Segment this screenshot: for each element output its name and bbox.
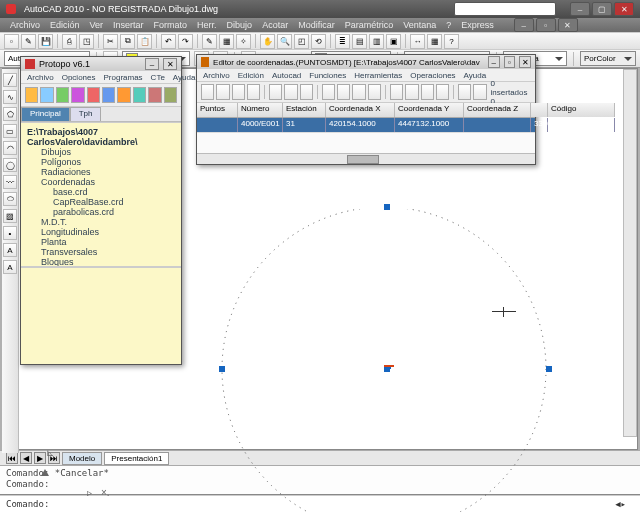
col-header[interactable]: Coordenada X xyxy=(326,103,395,117)
p2-btn-5[interactable] xyxy=(269,84,282,100)
copy-icon[interactable]: ⧉ xyxy=(120,34,135,49)
new-icon[interactable]: ▫ xyxy=(4,34,19,49)
menu-dibujo[interactable]: Dibujo xyxy=(227,20,253,30)
p2-btn-1[interactable] xyxy=(201,84,214,100)
sheet-icon[interactable]: ▣ xyxy=(386,34,401,49)
col-header[interactable]: Código xyxy=(548,103,615,117)
tree-node[interactable]: Longitudinales xyxy=(27,227,175,237)
cell[interactable]: 31 xyxy=(283,118,326,132)
p2-btn-3[interactable] xyxy=(232,84,245,100)
line-icon[interactable]: ╱ xyxy=(3,73,17,87)
p2-btn-13[interactable] xyxy=(405,84,418,100)
p2-btn-11[interactable] xyxy=(368,84,381,100)
cell[interactable]: 3350.000 xyxy=(531,118,548,132)
doc-close[interactable]: ✕ xyxy=(558,18,578,32)
paste-icon[interactable]: 📋 xyxy=(137,34,152,49)
cell[interactable] xyxy=(197,118,238,132)
p2-btn-12[interactable] xyxy=(390,84,403,100)
help-search-input[interactable] xyxy=(454,2,556,16)
p1-btn-5[interactable] xyxy=(87,87,100,103)
p1-btn-7[interactable] xyxy=(117,87,130,103)
p2-menu-funciones[interactable]: Funciones xyxy=(309,71,346,80)
tool-icon[interactable]: ✧ xyxy=(236,34,251,49)
p1-menu-archivo[interactable]: Archivo xyxy=(27,73,54,82)
tab-presentacion[interactable]: Presentación1 xyxy=(104,452,169,465)
print-icon[interactable]: ⎙ xyxy=(62,34,77,49)
menu-express[interactable]: Express xyxy=(461,20,494,30)
grip-right[interactable] xyxy=(546,366,552,372)
maximize-button[interactable]: ▢ xyxy=(592,2,612,16)
redo-icon[interactable]: ↷ xyxy=(178,34,193,49)
tree-node[interactable]: M.D.T. xyxy=(27,217,175,227)
p1-menu-ayuda[interactable]: Ayuda xyxy=(173,73,196,82)
rect-icon[interactable]: ▭ xyxy=(3,124,17,138)
tree-node[interactable]: parabolicas.crd xyxy=(27,207,175,217)
p2-btn-9[interactable] xyxy=(337,84,350,100)
p1-btn-2[interactable] xyxy=(40,87,53,103)
coord-max[interactable]: ▫ xyxy=(504,56,516,68)
designcenter-icon[interactable]: ▤ xyxy=(352,34,367,49)
protopo-titlebar[interactable]: Protopo v6.1 – ✕ xyxy=(21,57,181,71)
p2-menu-archivo[interactable]: Archivo xyxy=(203,71,230,80)
p2-btn-10[interactable] xyxy=(352,84,365,100)
cell[interactable] xyxy=(548,118,615,132)
cut-icon[interactable]: ✂ xyxy=(103,34,118,49)
props-icon[interactable]: ≣ xyxy=(335,34,350,49)
p2-menu-edicion[interactable]: Edición xyxy=(238,71,264,80)
p1-menu-cte[interactable]: CTe xyxy=(151,73,165,82)
menu-help[interactable]: ? xyxy=(446,20,451,30)
zoom-window-icon[interactable]: ◰ xyxy=(294,34,309,49)
tree-node[interactable]: Planta xyxy=(27,237,175,247)
menu-acotar[interactable]: Acotar xyxy=(262,20,288,30)
scroll-thumb[interactable] xyxy=(347,155,379,164)
open-icon[interactable]: ✎ xyxy=(21,34,36,49)
p2-btn-6[interactable] xyxy=(284,84,297,100)
scrollbar-vertical[interactable] xyxy=(623,69,637,437)
spline-icon[interactable]: 〰 xyxy=(3,175,17,189)
coord-hscroll[interactable] xyxy=(197,153,535,164)
match-icon[interactable]: ✎ xyxy=(202,34,217,49)
arc-icon[interactable]: ◠ xyxy=(3,141,17,155)
p2-btn-16[interactable] xyxy=(458,84,471,100)
cell[interactable]: 4000/E001 xyxy=(238,118,283,132)
tab-nav-first[interactable]: ⏮ xyxy=(6,452,18,464)
toolpal-icon[interactable]: ▥ xyxy=(369,34,384,49)
col-header[interactable]: Puntos xyxy=(197,103,238,117)
tab-tph[interactable]: Tph xyxy=(70,107,102,121)
p1-btn-9[interactable] xyxy=(148,87,161,103)
doc-minimize[interactable]: – xyxy=(514,18,534,32)
p2-btn-17[interactable] xyxy=(473,84,486,100)
menu-archivo[interactable]: Archivo xyxy=(10,20,40,30)
menu-ver[interactable]: Ver xyxy=(90,20,104,30)
p1-menu-opciones[interactable]: Opciones xyxy=(62,73,96,82)
zoom-prev-icon[interactable]: ⟲ xyxy=(311,34,326,49)
tab-modelo[interactable]: Modelo xyxy=(62,452,102,465)
coord-titlebar[interactable]: Editor de coordenadas.(PUNTOSMDT) [E:\Tr… xyxy=(197,55,535,69)
p1-btn-6[interactable] xyxy=(102,87,115,103)
block-icon[interactable]: ▦ xyxy=(219,34,234,49)
menu-modificar[interactable]: Modificar xyxy=(298,20,335,30)
coord-min[interactable]: – xyxy=(488,56,500,68)
zoom-icon[interactable]: 🔍 xyxy=(277,34,292,49)
p2-menu-ayuda[interactable]: Ayuda xyxy=(464,71,487,80)
tree-node[interactable]: Polígonos xyxy=(27,157,175,167)
project-tree[interactable]: E:\Trabajos\4007 CarlosValero\davidambre… xyxy=(21,122,181,267)
col-header[interactable]: Coordenada Y xyxy=(395,103,464,117)
p2-menu-herr[interactable]: Herramientas xyxy=(354,71,402,80)
tree-node[interactable]: Coordenadas xyxy=(27,177,175,187)
p2-menu-autocad[interactable]: Autocad xyxy=(272,71,301,80)
doc-restore[interactable]: ▫ xyxy=(536,18,556,32)
tree-node[interactable]: Radiaciones xyxy=(27,167,175,177)
p2-menu-oper[interactable]: Operaciones xyxy=(410,71,455,80)
tree-node[interactable]: base.crd xyxy=(27,187,175,197)
p2-btn-2[interactable] xyxy=(216,84,229,100)
pline-icon[interactable]: ∿ xyxy=(3,90,17,104)
col-header[interactable] xyxy=(531,103,548,117)
protopo-panel[interactable]: Protopo v6.1 – ✕ Archivo Opciones Progra… xyxy=(20,56,182,365)
close-button[interactable]: ✕ xyxy=(614,2,634,16)
menu-parametrico[interactable]: Paramétrico xyxy=(345,20,394,30)
p1-btn-8[interactable] xyxy=(133,87,146,103)
p1-btn-1[interactable] xyxy=(25,87,38,103)
p2-btn-8[interactable] xyxy=(322,84,335,100)
col-header[interactable]: Estación xyxy=(283,103,326,117)
